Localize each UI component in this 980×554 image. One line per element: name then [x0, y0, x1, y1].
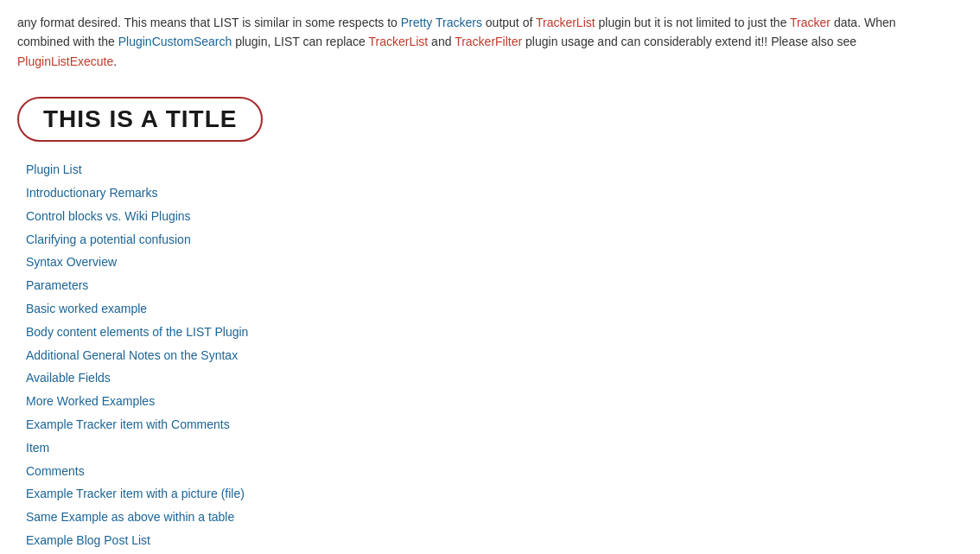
page-title: THIS IS A TITLE — [43, 105, 237, 132]
intro-text-1: any format desired. This means that LIST… — [17, 16, 401, 29]
toc-item: Available Fields — [26, 368, 933, 389]
toc-item: More Worked Examples — [26, 392, 933, 412]
title-container: THIS IS A TITLE — [17, 97, 263, 142]
toc-link[interactable]: Available Fields — [26, 371, 111, 385]
toc-link[interactable]: Syntax Overview — [26, 255, 117, 269]
toc-item: Additional General Notes on the Syntax — [26, 346, 933, 366]
toc-item: Example Blog Post List — [26, 531, 933, 551]
intro-text-5: plugin, LIST can replace — [232, 35, 368, 48]
plugin-list-execute-link[interactable]: PluginListExecute — [17, 54, 113, 68]
toc-item: Comments — [26, 462, 933, 482]
toc-link[interactable]: Clarifying a potential confusion — [26, 232, 191, 246]
toc-item: Introductionary Remarks — [26, 183, 933, 204]
toc-link[interactable]: Parameters — [26, 278, 88, 292]
toc-item: Parameters — [26, 276, 933, 296]
toc-item: Body content elements of the LIST Plugin — [26, 322, 933, 343]
toc-link[interactable]: Body content elements of the LIST Plugin — [26, 325, 248, 339]
toc-link[interactable]: More Worked Examples — [26, 394, 155, 408]
toc-item: Control blocks vs. Wiki Plugins — [26, 207, 933, 227]
intro-paragraph: any format desired. This means that LIST… — [17, 13, 933, 71]
pretty-trackers-link[interactable]: Pretty Trackers — [401, 16, 482, 29]
toc-link[interactable]: Example Blog Post List — [26, 533, 150, 547]
toc-item: Plugin List — [26, 160, 933, 181]
toc-link[interactable]: Item — [26, 441, 49, 455]
trackerlist-link-1[interactable]: TrackerList — [536, 16, 595, 29]
toc-item: Item — [26, 438, 933, 459]
plugin-custom-search-link[interactable]: PluginCustomSearch — [118, 35, 232, 48]
intro-text-2: output of — [482, 16, 536, 29]
toc-link[interactable]: Control blocks vs. Wiki Plugins — [26, 209, 191, 223]
toc-link[interactable]: Comments — [26, 464, 85, 478]
table-of-contents: Plugin ListIntroductionary RemarksContro… — [26, 160, 933, 554]
toc-link[interactable]: Example Tracker item with Comments — [26, 417, 230, 431]
intro-text-3: plugin but it is not limited to just the — [595, 16, 790, 29]
toc-link[interactable]: Same Example as above within a table — [26, 510, 234, 524]
intro-text-7: plugin usage and can considerably extend… — [522, 35, 856, 48]
trackerlist-link-2[interactable]: TrackerList — [369, 35, 429, 48]
toc-item: Same Example as above within a table — [26, 507, 933, 528]
toc-link[interactable]: Introductionary Remarks — [26, 186, 158, 200]
content-area: any format desired. This means that LIST… — [17, 9, 933, 554]
intro-text-6: and — [428, 35, 455, 48]
toc-link[interactable]: Additional General Notes on the Syntax — [26, 348, 238, 362]
toc-item: Basic worked example — [26, 299, 933, 320]
toc-item: Example Tracker item with a picture (fil… — [26, 484, 933, 505]
toc-link[interactable]: Basic worked example — [26, 302, 147, 315]
toc-link[interactable]: Example Tracker item with a picture (fil… — [26, 487, 245, 500]
tracker-link[interactable]: Tracker — [790, 16, 830, 29]
toc-item: Clarifying a potential confusion — [26, 230, 933, 251]
toc-item: Example Tracker item with Comments — [26, 415, 933, 436]
intro-text-8: . — [113, 54, 117, 68]
toc-item: Syntax Overview — [26, 252, 933, 273]
trackerfilter-link[interactable]: TrackerFilter — [455, 35, 522, 48]
toc-link[interactable]: Plugin List — [26, 162, 82, 176]
